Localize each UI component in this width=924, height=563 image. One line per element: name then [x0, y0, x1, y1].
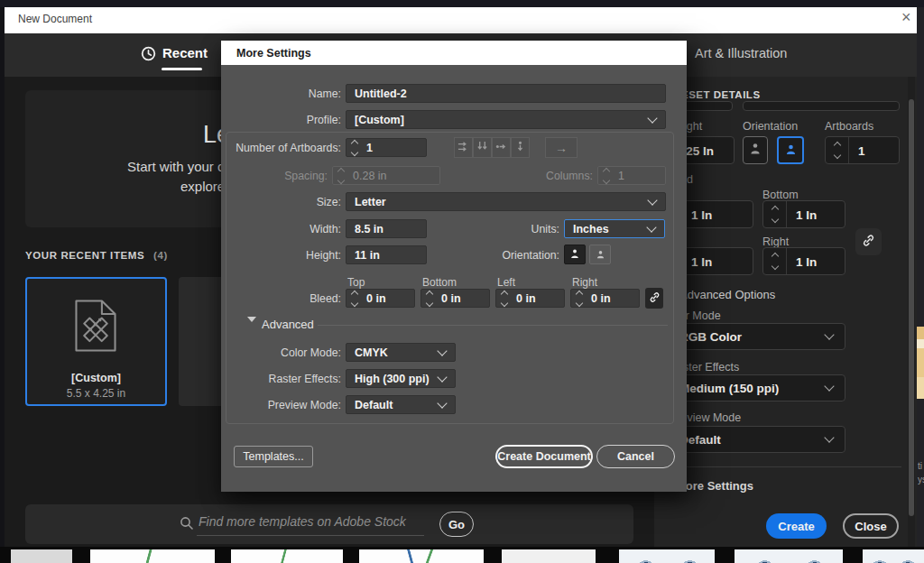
advanced-disclosure-icon[interactable] [247, 322, 256, 338]
bleed-link-button[interactable] [645, 288, 663, 309]
stepper-icons[interactable] [352, 141, 357, 155]
stepper-icons[interactable] [826, 137, 849, 163]
name-label: Name: [227, 88, 341, 100]
recent-item-card-selected[interactable]: [Custom] 5.5 x 4.25 in [25, 277, 167, 406]
preset-panel-divider [668, 466, 901, 467]
bleed-top-value: 0 in [366, 292, 386, 305]
custom-document-icon [72, 298, 119, 357]
bleed-left-value: 0 in [516, 292, 536, 305]
preset-orientation-label: Orientation [743, 120, 798, 133]
top-desktop-strip [0, 0, 924, 7]
template-thumbnail[interactable] [863, 549, 924, 563]
stepper-icons[interactable] [763, 201, 787, 227]
close-button[interactable]: Close [843, 513, 899, 539]
stepper-icons[interactable] [427, 291, 432, 306]
cancel-button[interactable]: Cancel [596, 445, 675, 468]
profile-select[interactable]: [Custom] [346, 110, 666, 129]
bleed-right-value: 0 in [591, 292, 611, 305]
arrange-by-column-button[interactable] [511, 137, 530, 158]
bleed-right-stepper[interactable]: 0 in [570, 289, 640, 308]
go-button[interactable]: Go [439, 512, 474, 537]
template-thumbnail[interactable] [502, 549, 596, 563]
artboards-stepper[interactable]: 1 [346, 138, 427, 157]
bleed-bottom-stepper[interactable]: 0 in [420, 289, 490, 308]
stepper-icons[interactable] [502, 291, 507, 306]
templates-button[interactable]: Templates... [234, 446, 313, 467]
chevron-down-icon [437, 398, 447, 408]
preset-raster-effects-select[interactable]: Medium (150 ppi) [668, 374, 845, 401]
name-value: Untitled-2 [355, 88, 407, 100]
template-thumbnail[interactable] [11, 549, 72, 563]
arrange-by-row-button[interactable] [492, 137, 511, 158]
tab-recent[interactable]: Recent [162, 45, 208, 60]
height-input[interactable]: 11 in [346, 245, 427, 264]
chevron-down-icon [646, 222, 656, 232]
chevron-down-icon [647, 195, 657, 205]
chevron-down-icon [437, 346, 447, 355]
background-thumbnail-fragment [917, 327, 924, 399]
preset-bleed-right-field[interactable]: 1 In [762, 247, 845, 275]
orientation-portrait-button[interactable] [564, 245, 586, 264]
stepper-icons[interactable] [763, 248, 787, 274]
create-document-button[interactable]: Create Document [495, 445, 593, 468]
preset-bleed-link-button[interactable] [855, 228, 882, 255]
color-mode-select[interactable]: CMYK [346, 343, 456, 362]
template-thumbnail[interactable] [90, 549, 215, 563]
dialog-title: More Settings [236, 47, 311, 60]
bleed-bottom-value: 0 in [441, 292, 461, 305]
preset-artboards-stepper[interactable]: 1 [825, 136, 900, 164]
units-select[interactable]: Inches [564, 219, 665, 238]
grid-by-row-icon [457, 140, 469, 156]
stepper-icons[interactable] [577, 291, 582, 306]
advanced-section-label[interactable]: Advanced [262, 318, 314, 331]
size-select[interactable]: Letter [346, 192, 666, 211]
stepper-icons[interactable] [352, 291, 357, 306]
template-thumbnail[interactable] [735, 549, 843, 563]
preset-partial-field [743, 101, 900, 111]
search-input[interactable]: Find more templates on Adobe Stock [197, 511, 424, 536]
template-thumbnail[interactable] [359, 549, 484, 563]
recent-items-count: (4) [153, 250, 168, 261]
bleed-right-label: Right [572, 276, 597, 289]
grid-by-row-button[interactable] [454, 137, 473, 158]
grid-by-column-button[interactable] [473, 137, 492, 158]
chevron-down-icon [647, 113, 657, 123]
tab-art-illustration[interactable]: Art & Illustration [695, 46, 787, 60]
preset-color-mode-select[interactable]: RGB Color [668, 323, 845, 350]
name-input[interactable]: Untitled-2 [346, 84, 666, 103]
close-icon[interactable]: × [901, 8, 911, 27]
chevron-down-icon [824, 381, 834, 391]
artboards-value: 1 [366, 142, 373, 154]
preset-raster-effects-value: Medium (150 ppi) [679, 382, 779, 395]
raster-effects-select[interactable]: High (300 ppi) [346, 369, 456, 388]
create-button[interactable]: Create [766, 513, 827, 539]
screen: ti ys New Document × Recent Art & Illust… [0, 0, 924, 563]
preset-advanced-options-label[interactable]: Advanced Options [679, 288, 775, 301]
template-thumbnail[interactable] [231, 549, 343, 563]
search-placeholder: Find more templates on Adobe Stock [199, 514, 406, 529]
bleed-left-stepper[interactable]: 0 in [495, 289, 565, 308]
template-thumbnail[interactable] [619, 549, 715, 563]
layout-direction-button[interactable]: → [545, 137, 578, 158]
bleed-label: Bleed: [227, 292, 341, 305]
preview-mode-select[interactable]: Default [346, 395, 456, 414]
size-value: Letter [355, 196, 386, 208]
preset-bleed-bottom-field[interactable]: 1 In [762, 200, 845, 228]
chevron-down-icon [824, 329, 834, 339]
preset-orientation-portrait-button[interactable] [743, 136, 768, 164]
panel-scrollbar-thumb[interactable] [909, 99, 914, 516]
width-value: 8.5 in [355, 223, 383, 235]
preset-bleed-bottom-label: Bottom [762, 189, 799, 201]
preset-preview-mode-select[interactable]: Default [668, 426, 845, 453]
recent-items-heading-text: YOUR RECENT ITEMS [25, 250, 144, 261]
orientation-landscape-button[interactable] [589, 245, 611, 264]
arrange-by-row-icon [495, 140, 507, 156]
width-input[interactable]: 8.5 in [346, 219, 427, 238]
more-settings-link[interactable]: More Settings [676, 479, 753, 493]
height-label: Height: [227, 249, 341, 262]
bleed-top-stepper[interactable]: 0 in [346, 289, 415, 308]
preset-orientation-landscape-button[interactable] [777, 136, 804, 164]
artboards-label: Number of Artboards: [227, 142, 341, 154]
spacing-value: 0.28 in [353, 170, 387, 182]
link-icon [649, 291, 661, 307]
